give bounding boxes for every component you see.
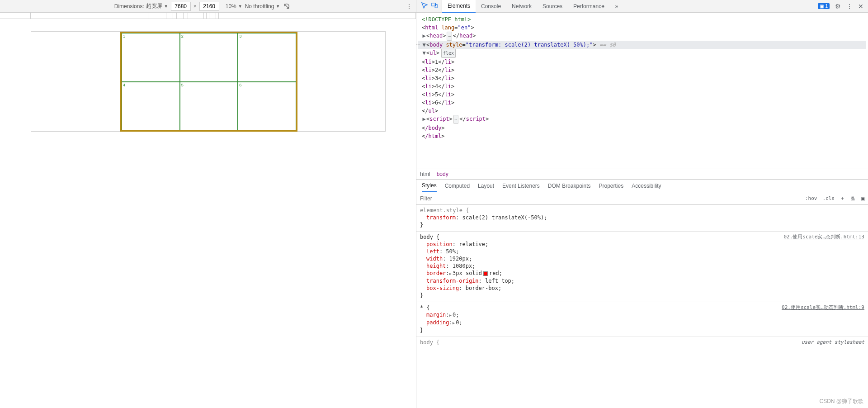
rule-element-style[interactable]: element.style { transform: scale(2) tran… bbox=[416, 205, 868, 232]
crumb-html[interactable]: html bbox=[420, 171, 430, 177]
tab-sources[interactable]: Sources bbox=[537, 0, 568, 12]
doctype: <!DOCTYPE html> bbox=[422, 16, 471, 23]
chevron-down-icon: ▼ bbox=[164, 4, 168, 9]
flex-badge[interactable]: flex bbox=[441, 49, 456, 58]
styles-rules[interactable]: element.style { transform: scale(2) tran… bbox=[416, 205, 868, 408]
grid-cell: 4 bbox=[122, 82, 180, 131]
throttle-select[interactable]: No throttling ▼ bbox=[245, 3, 280, 9]
grid-cell: 3 bbox=[238, 33, 296, 82]
tab-properties[interactable]: Properties bbox=[599, 180, 624, 192]
issues-count: 1 bbox=[825, 4, 828, 9]
caret-icon[interactable]: ▶ bbox=[422, 115, 426, 123]
dimension-x: × bbox=[193, 3, 197, 9]
page-grid: 1 2 3 4 5 6 bbox=[120, 32, 297, 132]
kebab-menu-icon[interactable]: ⋮ bbox=[846, 3, 853, 10]
device-name: 超宽屏 bbox=[146, 2, 162, 10]
styles-filter-input[interactable] bbox=[416, 194, 802, 204]
grid-cell: 1 bbox=[122, 33, 180, 82]
inspect-icon[interactable] bbox=[421, 2, 428, 10]
rule-body[interactable]: 02.使用scale实…态判断.html:13 body { position:… bbox=[416, 232, 868, 302]
rotate-icon[interactable] bbox=[283, 2, 291, 10]
grid-ul: 1 2 3 4 5 6 bbox=[122, 33, 296, 130]
chevron-down-icon: ▼ bbox=[238, 4, 242, 9]
rule-source-link[interactable]: 02.使用scale实…态判断.html:13 bbox=[783, 233, 864, 241]
device-preview-pane: Dimensions: 超宽屏 ▼ × 10% ▼ No throttling … bbox=[0, 0, 416, 408]
caret-icon[interactable]: ▶ bbox=[422, 32, 426, 40]
device-toolbar: Dimensions: 超宽屏 ▼ × 10% ▼ No throttling … bbox=[0, 0, 416, 13]
device-height-input[interactable] bbox=[199, 2, 219, 11]
tab-network[interactable]: Network bbox=[506, 0, 537, 12]
tab-computed[interactable]: Computed bbox=[445, 180, 470, 192]
zoom-select[interactable]: 10% ▼ bbox=[226, 3, 242, 9]
tab-layout[interactable]: Layout bbox=[478, 180, 494, 192]
tab-accessibility[interactable]: Accessibility bbox=[632, 180, 661, 192]
rule-star[interactable]: 02.使用scale实…动态判断.html:9 * { margin:▶0; p… bbox=[416, 302, 868, 337]
toggle-panel-icon[interactable]: ▣ bbox=[858, 195, 868, 201]
rule-source-ua: user agent stylesheet bbox=[802, 339, 864, 346]
throttle-value: No throttling bbox=[245, 3, 274, 9]
close-icon[interactable]: ✕ bbox=[858, 3, 863, 10]
dimensions-label: Dimensions: bbox=[114, 3, 144, 9]
selected-body-node[interactable]: ▼<body style="transform: scale(2) transl… bbox=[418, 41, 866, 49]
dom-tree[interactable]: <!DOCTYPE html> <html lang="en"> ▶<head>… bbox=[416, 13, 868, 169]
tabs-overflow-icon[interactable]: » bbox=[610, 0, 624, 12]
crumb-body[interactable]: body bbox=[437, 171, 448, 177]
device-width-input[interactable] bbox=[171, 2, 191, 11]
caret-icon[interactable]: ▼ bbox=[422, 41, 426, 49]
tab-event-listeners[interactable]: Event Listeners bbox=[502, 180, 540, 192]
tab-styles[interactable]: Styles bbox=[422, 180, 437, 192]
ruler bbox=[0, 13, 416, 19]
expand-shorthand-icon[interactable]: ▶ bbox=[449, 312, 452, 319]
expand-shorthand-icon[interactable]: ▶ bbox=[449, 270, 452, 277]
chevron-down-icon: ▼ bbox=[276, 4, 280, 9]
tab-elements[interactable]: Elements bbox=[442, 0, 476, 13]
caret-icon[interactable]: ▼ bbox=[422, 49, 426, 57]
grid-cell: 6 bbox=[238, 82, 296, 131]
issues-badge[interactable]: ▣1 bbox=[818, 3, 830, 9]
zoom-value: 10% bbox=[226, 3, 236, 9]
breadcrumb: html body bbox=[416, 169, 868, 180]
rule-ua-body[interactable]: user agent stylesheet body { bbox=[416, 337, 868, 349]
device-viewport: 1 2 3 4 5 6 bbox=[0, 19, 416, 408]
device-select[interactable]: Dimensions: 超宽屏 ▼ bbox=[114, 2, 168, 10]
cls-toggle[interactable]: .cls bbox=[820, 195, 838, 201]
tab-dom-breakpoints[interactable]: DOM Breakpoints bbox=[548, 180, 591, 192]
devtools-tabbar: Elements Console Network Sources Perform… bbox=[416, 0, 868, 13]
styles-tabbar: Styles Computed Layout Event Listeners D… bbox=[416, 180, 868, 192]
styles-filter-row: :hov .cls ＋ 🖶 ▣ bbox=[416, 192, 868, 205]
color-swatch[interactable] bbox=[483, 271, 488, 276]
gear-icon[interactable]: ⚙ bbox=[835, 3, 841, 10]
tab-performance[interactable]: Performance bbox=[568, 0, 610, 12]
grid-cell: 5 bbox=[180, 82, 238, 131]
chat-icon: ▣ bbox=[820, 4, 824, 9]
rule-source-link[interactable]: 02.使用scale实…动态判断.html:9 bbox=[782, 304, 864, 311]
grid-cell: 2 bbox=[180, 33, 238, 82]
expand-shorthand-icon[interactable]: ▶ bbox=[453, 319, 455, 327]
page-body-frame: 1 2 3 4 5 6 bbox=[31, 31, 386, 132]
toggle-print-icon[interactable]: 🖶 bbox=[848, 196, 858, 201]
device-toolbar-menu-icon[interactable]: ⋮ bbox=[405, 2, 413, 10]
device-toggle-icon[interactable] bbox=[431, 2, 438, 10]
new-rule-icon[interactable]: ＋ bbox=[837, 195, 848, 202]
devtools-pane: Elements Console Network Sources Perform… bbox=[416, 0, 868, 408]
tab-console[interactable]: Console bbox=[476, 0, 506, 12]
hov-toggle[interactable]: :hov bbox=[802, 195, 820, 201]
elements-panel: <!DOCTYPE html> <html lang="en"> ▶<head>… bbox=[416, 13, 868, 408]
